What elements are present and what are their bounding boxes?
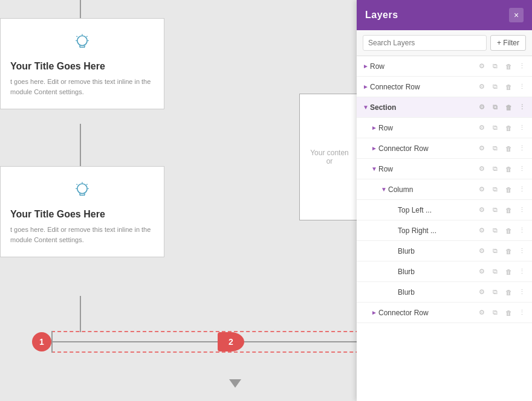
copy-icon[interactable]: ⧉ <box>490 82 501 92</box>
copy-icon[interactable]: ⧉ <box>490 246 501 257</box>
card-2-title: Your Title Goes Here <box>10 209 105 220</box>
connector-line-top1 <box>80 0 81 18</box>
menu-icon[interactable]: ⋮ <box>516 143 527 154</box>
layer-item-1[interactable]: ► Row ⚙ ⧉ 🗑 ⋮ <box>357 56 532 77</box>
menu-icon[interactable]: ⋮ <box>516 82 527 92</box>
trash-icon[interactable]: 🗑 <box>503 61 514 72</box>
gear-icon[interactable]: ⚙ <box>476 102 487 113</box>
v-connector-left <box>51 331 53 353</box>
trash-icon[interactable]: 🗑 <box>503 287 514 298</box>
gear-icon[interactable]: ⚙ <box>476 246 487 257</box>
layer-item-9[interactable]: ► Top Right ... ⚙ ⧉ 🗑 ⋮ <box>357 220 532 241</box>
arrow-down <box>229 379 241 388</box>
content-box-text: Your contenor <box>310 149 349 165</box>
menu-icon[interactable]: ⋮ <box>516 266 527 277</box>
menu-icon[interactable]: ⋮ <box>516 123 527 133</box>
gear-icon[interactable]: ⚙ <box>476 123 487 133</box>
gear-icon[interactable]: ⚙ <box>476 287 487 298</box>
trash-icon[interactable]: 🗑 <box>503 246 514 257</box>
builder-card-1: Your Title Goes Here t goes here. Edit o… <box>0 18 164 109</box>
copy-icon[interactable]: ⧉ <box>490 143 501 154</box>
badge-2: 2 <box>218 332 244 351</box>
chevron-right-icon: ► <box>362 83 370 91</box>
card-1-title: Your Title Goes Here <box>10 61 105 72</box>
menu-icon[interactable]: ⋮ <box>516 307 527 318</box>
layer-item-4[interactable]: ► Row ⚙ ⧉ 🗑 ⋮ <box>357 118 532 138</box>
layers-list: ► Row ⚙ ⧉ 🗑 ⋮ ► Connector Row ⚙ ⧉ 🗑 ⋮ ▼ … <box>357 56 532 401</box>
layer-name: Blurb <box>398 247 476 255</box>
copy-icon[interactable]: ⧉ <box>490 307 501 318</box>
layer-item-6[interactable]: ▼ Row ⚙ ⧉ 🗑 ⋮ <box>357 159 532 179</box>
menu-icon[interactable]: ⋮ <box>516 205 527 216</box>
layer-name: Row <box>378 165 476 173</box>
trash-icon[interactable]: 🗑 <box>503 82 514 92</box>
layer-item-10[interactable]: ► Blurb ⚙ ⧉ 🗑 ⋮ <box>357 241 532 261</box>
trash-icon[interactable]: 🗑 <box>503 143 514 154</box>
layer-item-11[interactable]: ► Blurb ⚙ ⧉ 🗑 ⋮ <box>357 261 532 282</box>
copy-icon[interactable]: ⧉ <box>490 287 501 298</box>
trash-icon[interactable]: 🗑 <box>503 184 514 195</box>
layer-item-2[interactable]: ► Connector Row ⚙ ⧉ 🗑 ⋮ <box>357 77 532 97</box>
filter-button[interactable]: + Filter <box>490 35 526 51</box>
menu-icon[interactable]: ⋮ <box>516 61 527 72</box>
layer-name: Column <box>388 185 476 194</box>
layer-name: Blurb <box>398 268 476 276</box>
layer-action-icons: ⚙ ⧉ 🗑 ⋮ <box>476 246 527 257</box>
card-1-text: t goes here. Edit or remove this text in… <box>10 77 154 97</box>
layer-action-icons: ⚙ ⧉ 🗑 ⋮ <box>476 143 527 154</box>
copy-icon[interactable]: ⧉ <box>490 225 501 236</box>
gear-icon[interactable]: ⚙ <box>476 225 487 236</box>
menu-icon[interactable]: ⋮ <box>516 102 527 113</box>
layer-item-3[interactable]: ▼ Section ⚙ ⧉ 🗑 ⋮ <box>357 97 532 118</box>
copy-icon[interactable]: ⧉ <box>490 61 501 72</box>
gear-icon[interactable]: ⚙ <box>476 164 487 175</box>
trash-icon[interactable]: 🗑 <box>503 225 514 236</box>
trash-icon[interactable]: 🗑 <box>503 164 514 175</box>
gear-icon[interactable]: ⚙ <box>476 307 487 318</box>
copy-icon[interactable]: ⧉ <box>490 123 501 133</box>
copy-icon[interactable]: ⧉ <box>490 184 501 195</box>
layer-item-7[interactable]: ▼ Column ⚙ ⧉ 🗑 ⋮ <box>357 179 532 200</box>
copy-icon[interactable]: ⧉ <box>490 102 501 113</box>
menu-icon[interactable]: ⋮ <box>516 225 527 236</box>
trash-icon[interactable]: 🗑 <box>503 205 514 216</box>
bulb-icon-1 <box>70 31 94 55</box>
gear-icon[interactable]: ⚙ <box>476 205 487 216</box>
menu-icon[interactable]: ⋮ <box>516 287 527 298</box>
layer-action-icons: ⚙ ⧉ 🗑 ⋮ <box>476 123 527 133</box>
gear-icon[interactable]: ⚙ <box>476 61 487 72</box>
trash-icon[interactable]: 🗑 <box>503 102 514 113</box>
search-bar: + Filter <box>357 30 532 56</box>
layer-item-5[interactable]: ► Connector Row ⚙ ⧉ 🗑 ⋮ <box>357 138 532 159</box>
gear-icon[interactable]: ⚙ <box>476 266 487 277</box>
close-button[interactable]: × <box>509 8 524 22</box>
layers-title: Layers <box>365 10 398 21</box>
layer-name: Connector Row <box>378 309 476 317</box>
menu-icon[interactable]: ⋮ <box>516 164 527 175</box>
connector-line-bottom <box>80 296 81 332</box>
gear-icon[interactable]: ⚙ <box>476 143 487 154</box>
copy-icon[interactable]: ⧉ <box>490 266 501 277</box>
layer-item-8[interactable]: ► Top Left ... ⚙ ⧉ 🗑 ⋮ <box>357 200 532 220</box>
trash-icon[interactable]: 🗑 <box>503 123 514 133</box>
layer-action-icons: ⚙ ⧉ 🗑 ⋮ <box>476 225 527 236</box>
gear-icon[interactable]: ⚙ <box>476 82 487 92</box>
layer-action-icons: ⚙ ⧉ 🗑 ⋮ <box>476 61 527 72</box>
menu-icon[interactable]: ⋮ <box>516 246 527 257</box>
layer-name: Blurb <box>398 288 476 297</box>
builder-card-2: Your Title Goes Here t goes here. Edit o… <box>0 166 164 257</box>
search-input[interactable] <box>363 35 487 51</box>
bulb-icon-2 <box>70 179 94 203</box>
trash-icon[interactable]: 🗑 <box>503 307 514 318</box>
layer-item-12[interactable]: ► Blurb ⚙ ⧉ 🗑 ⋮ <box>357 282 532 303</box>
copy-icon[interactable]: ⧉ <box>490 205 501 216</box>
layer-action-icons: ⚙ ⧉ 🗑 ⋮ <box>476 184 527 195</box>
menu-icon[interactable]: ⋮ <box>516 184 527 195</box>
layer-item-13[interactable]: ► Connector Row ⚙ ⧉ 🗑 ⋮ <box>357 303 532 323</box>
badge-1: 1 <box>32 332 51 351</box>
gear-icon[interactable]: ⚙ <box>476 184 487 195</box>
copy-icon[interactable]: ⧉ <box>490 164 501 175</box>
svg-line-11 <box>77 184 77 185</box>
trash-icon[interactable]: 🗑 <box>503 266 514 277</box>
layer-name: Row <box>370 62 476 71</box>
